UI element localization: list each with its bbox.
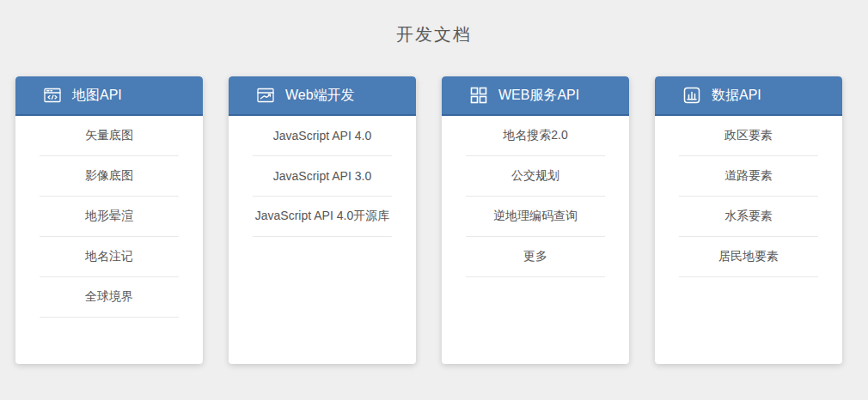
doc-link[interactable]: 影像底图 [40, 156, 179, 197]
cards-container: 地图API 矢量底图影像底图地形晕渲地名注记全球境界 [0, 76, 868, 364]
bar-chart-icon [683, 87, 700, 104]
doc-link[interactable]: JavaScript API 3.0 [253, 156, 392, 197]
doc-link[interactable]: 水系要素 [679, 197, 818, 237]
card-list: JavaScript API 4.0JavaScript API 3.0Java… [229, 116, 416, 237]
doc-category-card: 数据API 政区要素道路要素水系要素居民地要素 [655, 76, 842, 364]
doc-link[interactable]: 地名注记 [40, 237, 179, 277]
doc-link[interactable]: 矢量底图 [40, 116, 179, 156]
card-list: 地名搜索2.0公交规划逆地理编码查询更多 [442, 116, 629, 277]
card-title: Web端开发 [285, 87, 355, 105]
card-title: WEB服务API [498, 87, 579, 105]
doc-link[interactable]: 道路要素 [679, 156, 818, 197]
dev-docs-page: 开发文档 [0, 0, 868, 364]
doc-category-card: WEB服务API 地名搜索2.0公交规划逆地理编码查询更多 [442, 76, 629, 364]
card-header: Web端开发 [229, 76, 416, 116]
card-title: 地图API [72, 87, 122, 105]
page-title: 开发文档 [0, 0, 868, 46]
window-code-icon [44, 87, 61, 104]
doc-link[interactable]: 更多 [466, 237, 605, 277]
doc-link[interactable]: 地形晕渲 [40, 197, 179, 237]
doc-category-card: Web端开发 JavaScript API 4.0JavaScript API … [229, 76, 416, 364]
card-header: 地图API [15, 76, 203, 116]
card-title: 数据API [712, 87, 761, 105]
doc-category-card: 地图API 矢量底图影像底图地形晕渲地名注记全球境界 [15, 76, 203, 364]
doc-link[interactable]: 全球境界 [40, 277, 179, 318]
card-header: WEB服务API [442, 76, 629, 116]
card-list: 矢量底图影像底图地形晕渲地名注记全球境界 [15, 116, 203, 318]
doc-link[interactable]: 逆地理编码查询 [466, 197, 605, 237]
doc-link[interactable]: 地名搜索2.0 [466, 116, 605, 156]
doc-link[interactable]: JavaScript API 4.0开源库 [253, 197, 392, 237]
doc-link[interactable]: 政区要素 [679, 116, 818, 156]
doc-link[interactable]: 居民地要素 [679, 237, 818, 277]
card-header: 数据API [655, 76, 842, 116]
grid-icon [470, 87, 487, 104]
card-list: 政区要素道路要素水系要素居民地要素 [655, 116, 842, 277]
window-chart-icon [257, 87, 274, 104]
doc-link[interactable]: 公交规划 [466, 156, 605, 197]
doc-link[interactable]: JavaScript API 4.0 [253, 116, 392, 156]
